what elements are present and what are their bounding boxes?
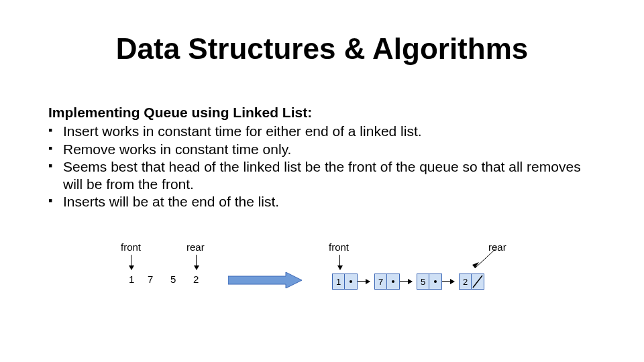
arrow-right-small-icon [358,281,370,282]
slide: Data Structures & Algorithms Implementin… [0,0,644,362]
arrow-angled-icon [470,248,510,277]
svg-line-3 [473,276,482,288]
array-value: 7 [148,274,153,285]
svg-line-1 [475,248,496,268]
bullet-item: Seems best that head of the linked list … [48,158,598,194]
queue-diagram: front rear 1 7 5 2 front rear 1 [114,241,584,322]
arrow-down-icon [196,255,197,269]
ll-node: 7 [374,274,400,290]
subheading: Implementing Queue using Linked List: [48,104,598,121]
arrow-right-icon [228,272,302,290]
ll-node-value: 5 [417,274,429,289]
ll-node: 1 [332,274,358,290]
slide-title: Data Structures & Algorithms [0,32,644,66]
array-value: 2 [193,274,199,285]
label-rear-array: rear [186,241,205,253]
arrow-right-small-icon [400,281,412,282]
svg-marker-0 [228,272,302,288]
ll-node-null-pointer [472,274,484,289]
ll-node-pointer [345,274,357,289]
ll-node-value: 2 [460,274,472,289]
arrow-right-small-icon [442,281,454,282]
array-value: 1 [129,274,134,285]
bullet-item: Inserts will be at the end of the list. [48,193,598,210]
array-value: 5 [170,274,176,285]
ll-node-value: 7 [375,274,387,289]
ll-node: 5 [417,274,442,290]
slide-body: Implementing Queue using Linked List: In… [48,104,598,211]
arrow-down-icon [339,255,340,269]
label-front-array: front [121,241,141,253]
bullet-item: Remove works in constant time only. [48,141,598,158]
label-front-ll: front [329,241,349,253]
ll-node-pointer [387,274,399,289]
ll-node-value: 1 [333,274,345,289]
arrow-down-icon [131,255,131,269]
ll-node-pointer [429,274,441,289]
ll-node: 2 [459,274,484,290]
bullet-item: Insert works in constant time for either… [48,123,598,140]
bullet-list: Insert works in constant time for either… [48,123,598,210]
